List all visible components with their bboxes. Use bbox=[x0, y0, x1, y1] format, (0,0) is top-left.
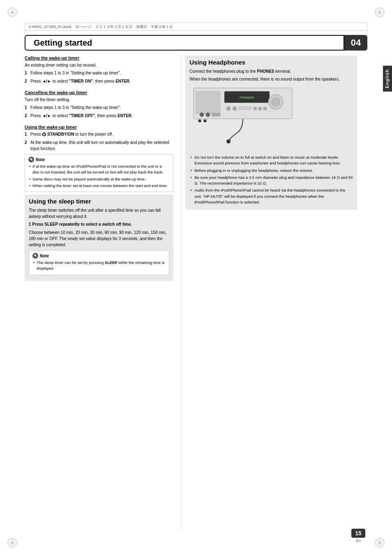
svg-point-15 bbox=[226, 139, 231, 143]
headphones-desc1: Connect the headphones plug to the PHONE… bbox=[189, 68, 353, 74]
step-text: Press ⏻ STANDBY/ON to turn the power off… bbox=[30, 131, 173, 137]
left-column: Calling the wake-up timer An existing ti… bbox=[25, 56, 181, 530]
note-label: Note bbox=[36, 157, 45, 162]
headphones-title: Using Headphones bbox=[189, 59, 353, 66]
svg-point-9 bbox=[254, 107, 257, 110]
headphones-bullet-list: Do not turn the volume on to full at swi… bbox=[189, 155, 353, 205]
sleep-timer-note: ✎ Note The sleep timer can be set by pre… bbox=[29, 250, 169, 275]
step-num: 2 bbox=[25, 78, 29, 84]
svg-point-13 bbox=[206, 113, 210, 117]
headphones-section: Using Headphones Connect the headphones … bbox=[185, 56, 357, 210]
sleep-note-item-1: The sleep timer can be set by pressing S… bbox=[32, 260, 166, 272]
note-item-3: When setting the timer set at least one … bbox=[28, 183, 170, 189]
sleep-timer-desc: The sleep timer switches off the unit af… bbox=[29, 207, 169, 220]
svg-point-17 bbox=[204, 120, 207, 123]
cancelling-timer-step2: 2 Press ◄/► to select "TIMER OFF", then … bbox=[25, 113, 173, 119]
svg-point-11 bbox=[263, 107, 267, 110]
corner-mark-bl bbox=[7, 538, 17, 548]
svg-rect-14 bbox=[212, 113, 220, 116]
page-number-area: 15 En bbox=[351, 529, 365, 543]
using-timer-step1: 1 Press ⏻ STANDBY/ON to turn the power o… bbox=[25, 131, 173, 137]
svg-rect-8 bbox=[239, 106, 251, 110]
page-lang: En bbox=[356, 539, 360, 543]
using-timer-step2: 2 At the wake-up time, this unit will tu… bbox=[25, 139, 173, 152]
step-text: 1 Press SLEEP repeatedly to select a swi… bbox=[29, 221, 169, 227]
svg-point-10 bbox=[258, 107, 262, 110]
main-content: Calling the wake-up timer An existing ti… bbox=[25, 56, 357, 530]
chapter-title: Getting started bbox=[25, 35, 344, 51]
language-side-tab: English bbox=[383, 66, 392, 92]
svg-text:PIONEER: PIONEER bbox=[240, 96, 254, 99]
using-timer-heading: Using the wake-up timer bbox=[25, 125, 173, 130]
file-bar-text: X-HM51_SYXE8_En.book 15 ページ ２０１３年３月２８日 木… bbox=[28, 24, 173, 30]
step-text: Follow steps 1 to 3 in "Setting the wake… bbox=[30, 104, 173, 111]
corner-mark-tr bbox=[375, 7, 385, 17]
calling-timer-desc: An existing timer setting can be reused. bbox=[25, 62, 173, 68]
step-num: 1 bbox=[25, 70, 29, 76]
note-item-1: If at the wake-up time an iPod/iPhone/iP… bbox=[28, 164, 170, 176]
using-timer-note: ✎ Note If at the wake-up time an iPod/iP… bbox=[25, 154, 173, 192]
right-column: Using Headphones Connect the headphones … bbox=[181, 56, 357, 530]
chapter-header: Getting started 04 bbox=[25, 35, 367, 51]
corner-mark-tl bbox=[7, 7, 17, 17]
cancelling-timer-heading: Cancelling the wake-up timer bbox=[25, 90, 173, 95]
step-num: 1 bbox=[25, 104, 29, 111]
note-icon: ✎ bbox=[28, 157, 34, 162]
note-label: Note bbox=[40, 254, 49, 258]
corner-mark-br bbox=[375, 538, 385, 548]
cancelling-timer-desc: Turn off the timer setting. bbox=[25, 97, 173, 103]
sleep-step1-heading: 1 Press SLEEP repeatedly to select a swi… bbox=[29, 222, 132, 227]
svg-point-5 bbox=[272, 98, 280, 106]
calling-timer-heading: Calling the wake-up timer bbox=[25, 56, 173, 60]
device-image-container: PIONEER bbox=[189, 84, 353, 150]
file-bar: X-HM51_SYXE8_En.book 15 ページ ２０１３年３月２８日 木… bbox=[25, 23, 367, 31]
note-header: ✎ Note bbox=[28, 157, 170, 162]
sleep-timer-step1: 1 Press SLEEP repeatedly to select a swi… bbox=[29, 221, 169, 227]
sleep-timer-title: Using the sleep timer bbox=[29, 198, 169, 205]
sleep-timer-section: Using the sleep timer The sleep timer sw… bbox=[25, 194, 173, 281]
headphones-bullet-2: Before plugging in or unplugging the hea… bbox=[189, 168, 353, 173]
headphones-bullet-3: Be sure your headphone has a 3.5 mm diam… bbox=[189, 175, 353, 187]
headphones-bullet-1: Do not turn the volume on to full at swi… bbox=[189, 155, 353, 166]
step-num: 1 bbox=[25, 131, 29, 137]
step-text: At the wake-up time, this unit will turn… bbox=[30, 139, 173, 152]
step-num: 2 bbox=[25, 113, 29, 119]
note-icon: ✎ bbox=[32, 253, 38, 259]
cancelling-timer-step1: 1 Follow steps 1 to 3 in "Setting the wa… bbox=[25, 104, 173, 111]
headphones-bullet-4: Audio from the iPod/iPhone/iPad cannot b… bbox=[189, 187, 353, 205]
page-number-box: 15 bbox=[351, 529, 365, 538]
headphones-desc2: When the headphones are connected, there… bbox=[189, 76, 353, 82]
sleep-timer-step1-detail: Choose between 10 min, 20 min, 30 min, 6… bbox=[29, 229, 169, 248]
step-num: 2 bbox=[25, 139, 29, 152]
calling-timer-step2: 2 Press ◄/► to select "TIMER ON", then p… bbox=[25, 78, 173, 84]
svg-point-6 bbox=[226, 106, 231, 111]
chapter-number: 04 bbox=[344, 35, 367, 51]
note-header: ✎ Note bbox=[32, 253, 166, 259]
svg-point-7 bbox=[233, 106, 237, 111]
note-item-2: Some discs may not be played automatical… bbox=[28, 176, 170, 182]
svg-point-12 bbox=[200, 113, 204, 117]
device-svg: PIONEER bbox=[189, 84, 296, 150]
svg-point-16 bbox=[198, 120, 201, 123]
svg-rect-1 bbox=[196, 91, 220, 114]
step-text: Follow steps 1 to 3 in "Setting the wake… bbox=[30, 70, 173, 76]
calling-timer-step1: 1 Follow steps 1 to 3 in "Setting the wa… bbox=[25, 70, 173, 76]
step-text: Press ◄/► to select "TIMER ON", then pre… bbox=[30, 78, 173, 84]
step-text: Press ◄/► to select "TIMER OFF", then pr… bbox=[30, 113, 173, 119]
